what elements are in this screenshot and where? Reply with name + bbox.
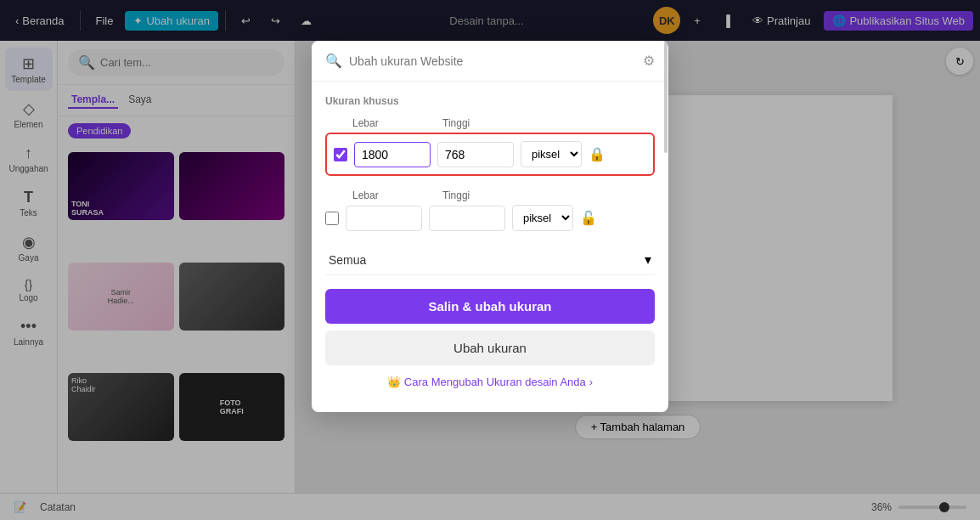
modal-scrollbar-thumb xyxy=(664,42,667,153)
crown-icon: 👑 xyxy=(387,376,401,388)
footer-arrow-icon: › xyxy=(589,376,593,388)
copy-resize-button[interactable]: Salin & ubah ukuran xyxy=(325,289,655,324)
row-labels-1: Lebar Tinggi xyxy=(352,117,655,129)
modal-overlay: 🔍 ⚙ Ukuran khusus Lebar Tinggi piksel xyxy=(0,0,980,520)
lebar-label-2: Lebar xyxy=(352,189,429,201)
modal-search-input[interactable] xyxy=(349,54,636,68)
dropdown-chevron-icon: ▾ xyxy=(645,252,651,268)
lebar-label-1: Lebar xyxy=(352,117,429,129)
row-labels-2: Lebar Tinggi xyxy=(352,189,655,201)
lebar-input-1[interactable] xyxy=(354,142,431,167)
tinggi-input-2[interactable] xyxy=(429,206,505,231)
unit-select-1[interactable]: piksel cm mm inci xyxy=(521,141,582,167)
tinggi-input-1[interactable] xyxy=(437,142,514,167)
modal-search-header: 🔍 ⚙ xyxy=(312,41,668,82)
tinggi-label-1: Tinggi xyxy=(442,117,519,129)
row2-checkbox[interactable] xyxy=(325,212,339,225)
modal-scrollbar[interactable] xyxy=(663,41,668,412)
lock-icon-2[interactable]: 🔓 xyxy=(580,210,597,226)
lebar-input-2[interactable] xyxy=(346,206,422,231)
section-title: Ukuran khusus xyxy=(325,95,655,107)
resize-only-button[interactable]: Ubah ukuran xyxy=(325,331,655,365)
modal-body: Ukuran khusus Lebar Tinggi piksel cm mm … xyxy=(312,82,668,412)
unit-select-2[interactable]: piksel cm mm inci xyxy=(512,205,573,231)
modal-settings-icon[interactable]: ⚙ xyxy=(643,53,655,69)
input-row-2-container: piksel cm mm inci 🔓 xyxy=(325,205,655,231)
input-row-1-container: piksel cm mm inci 🔒 xyxy=(325,133,655,176)
resize-modal: 🔍 ⚙ Ukuran khusus Lebar Tinggi piksel xyxy=(312,41,668,412)
row1-checkbox[interactable] xyxy=(334,148,347,161)
lock-icon-1[interactable]: 🔒 xyxy=(589,146,605,162)
footer-link[interactable]: 👑 Cara Mengubah Ukuran desain Anda › xyxy=(325,365,655,398)
modal-buttons: Salin & ubah ukuran Ubah ukuran xyxy=(325,289,655,365)
footer-link-text: Cara Mengubah Ukuran desain Anda xyxy=(404,376,586,388)
dropdown-label: Semua xyxy=(329,253,366,267)
modal-search-icon: 🔍 xyxy=(325,53,342,69)
section-dropdown[interactable]: Semua ▾ xyxy=(325,245,655,275)
tinggi-label-2: Tinggi xyxy=(442,189,519,201)
